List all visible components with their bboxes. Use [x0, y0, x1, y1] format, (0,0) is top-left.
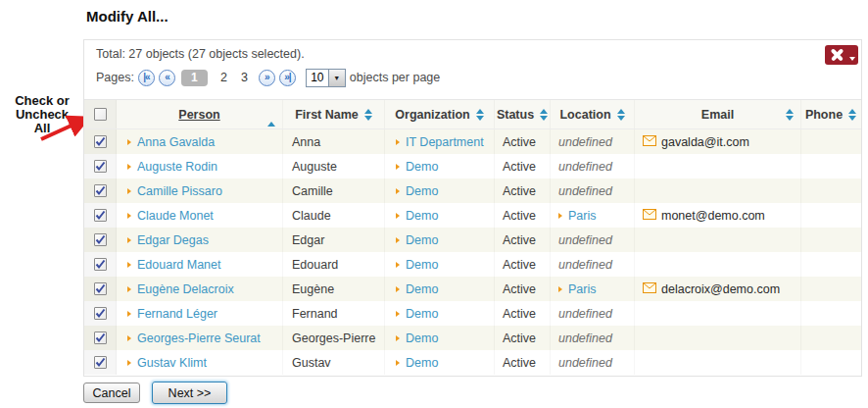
status-cell: Active	[495, 228, 551, 252]
column-header-loc[interactable]: Location	[551, 100, 635, 128]
dropdown-arrow-icon[interactable]: ▼	[328, 70, 345, 86]
first-name-cell: Auguste	[283, 154, 385, 178]
person-cell: Camille Pissaro	[117, 178, 283, 203]
organization-link[interactable]: Demo	[406, 184, 438, 198]
person-link[interactable]: Georges-Pierre Seurat	[137, 332, 261, 345]
email-cell: gavalda@it.com	[635, 129, 801, 154]
email-cell: delacroix@demo.com	[635, 277, 801, 301]
organization-link[interactable]: Demo	[406, 258, 438, 272]
next-button[interactable]: Next >>	[152, 382, 227, 404]
email-cell	[635, 252, 801, 277]
column-header-status[interactable]: Status	[495, 100, 551, 128]
column-header-person[interactable]: Person	[117, 100, 283, 128]
phone-cell	[801, 350, 860, 375]
row-checkbox[interactable]	[94, 160, 107, 173]
orange-arrow-bullet-icon	[127, 188, 131, 194]
person-link[interactable]: Edgar Degas	[137, 233, 209, 247]
sortable-icon	[848, 109, 856, 121]
organization-link[interactable]: Demo	[406, 209, 438, 223]
table-row: Eugène DelacroixEugèneDemoActiveParisdel…	[84, 277, 861, 301]
row-select-cell	[84, 350, 117, 375]
person-link[interactable]: Claude Monet	[137, 209, 214, 223]
person-link[interactable]: Edouard Manet	[137, 258, 220, 272]
orange-arrow-bullet-icon	[396, 213, 400, 219]
location-cell: undefined	[551, 178, 635, 203]
row-checkbox[interactable]	[94, 209, 107, 222]
orange-arrow-bullet-icon	[396, 262, 400, 268]
person-link[interactable]: Fernand Léger	[137, 307, 217, 321]
tools-caret-icon	[849, 57, 855, 61]
row-checkbox[interactable]	[94, 307, 107, 320]
person-link[interactable]: Auguste Rodin	[137, 160, 217, 174]
status-cell: Active	[495, 178, 551, 203]
row-checkbox[interactable]	[94, 282, 107, 295]
table-row: Claude MonetClaudeDemoActiveParismonet@d…	[84, 203, 861, 228]
status-cell: Active	[495, 277, 551, 301]
person-link[interactable]: Camille Pissaro	[137, 184, 222, 198]
row-checkbox[interactable]	[94, 184, 107, 197]
first-name-cell: Gustav	[283, 350, 385, 375]
location-link[interactable]: Paris	[568, 282, 596, 296]
organization-link[interactable]: Demo	[406, 332, 438, 345]
organization-link[interactable]: Demo	[406, 233, 438, 247]
row-select-cell	[84, 203, 117, 228]
organization-cell: Demo	[385, 252, 495, 277]
phone-cell	[801, 228, 860, 252]
email-envelope-icon	[643, 282, 656, 296]
person-link[interactable]: Eugène Delacroix	[137, 282, 234, 296]
column-header-phone[interactable]: Phone	[801, 100, 860, 128]
table-row: Auguste RodinAugusteDemoActiveundefined	[84, 154, 861, 178]
organization-link[interactable]: Demo	[406, 160, 438, 174]
previous-page-button[interactable]: «	[159, 70, 175, 86]
row-checkbox[interactable]	[94, 233, 107, 246]
page-title: Modify All...	[86, 8, 169, 25]
orange-arrow-bullet-icon	[127, 237, 131, 243]
first-name-cell: Edouard	[283, 252, 385, 277]
per-page-value: 10	[307, 70, 328, 86]
column-header-org[interactable]: Organization	[385, 100, 495, 128]
column-label: First Name	[295, 108, 359, 122]
column-header-email[interactable]: Email	[635, 100, 801, 128]
row-checkbox[interactable]	[94, 356, 107, 369]
sortable-icon	[786, 109, 794, 121]
column-header-first[interactable]: First Name	[283, 100, 385, 128]
tools-menu-button[interactable]	[825, 45, 858, 65]
row-select-cell	[84, 326, 117, 350]
row-select-cell	[84, 301, 117, 326]
person-cell: Fernand Léger	[117, 301, 283, 326]
location-link[interactable]: Paris	[568, 209, 596, 223]
status-cell: Active	[495, 154, 551, 178]
location-cell: undefined	[551, 326, 635, 350]
person-link[interactable]: Anna Gavalda	[137, 135, 215, 149]
location-undefined: undefined	[558, 135, 612, 149]
organization-link[interactable]: Demo	[406, 356, 438, 370]
location-undefined: undefined	[558, 307, 612, 321]
objects-per-page-select[interactable]: 10 ▼	[306, 69, 346, 87]
first-name-cell: Fernand	[283, 301, 385, 326]
phone-cell	[801, 178, 860, 203]
page-number-link[interactable]: 2	[220, 71, 227, 84]
last-page-button[interactable]: »|	[279, 70, 296, 86]
row-checkbox[interactable]	[94, 332, 107, 344]
page-number-link[interactable]: 3	[241, 71, 248, 84]
location-cell: Paris	[551, 203, 635, 228]
person-link[interactable]: Gustav Klimt	[137, 356, 207, 370]
orange-arrow-bullet-icon	[127, 262, 131, 268]
table-row: Edouard ManetEdouardDemoActiveundefined	[84, 252, 861, 277]
orange-arrow-bullet-icon	[396, 164, 400, 170]
cancel-button[interactable]: Cancel	[83, 382, 140, 403]
status-cell: Active	[495, 301, 551, 326]
first-page-button[interactable]: |«	[138, 70, 155, 86]
row-select-cell	[84, 154, 117, 178]
select-all-checkbox[interactable]	[94, 108, 107, 121]
organization-link[interactable]: IT Department	[406, 135, 484, 149]
row-checkbox[interactable]	[94, 135, 107, 148]
table-row: Gustav KlimtGustavDemoActiveundefined	[84, 350, 861, 375]
next-page-button[interactable]: »	[259, 70, 275, 86]
location-cell: undefined	[551, 129, 635, 154]
table-row: Edgar DegasEdgarDemoActiveundefined	[84, 228, 861, 252]
organization-link[interactable]: Demo	[406, 282, 438, 296]
organization-link[interactable]: Demo	[406, 307, 438, 321]
location-undefined: undefined	[558, 233, 612, 247]
row-checkbox[interactable]	[94, 258, 107, 271]
